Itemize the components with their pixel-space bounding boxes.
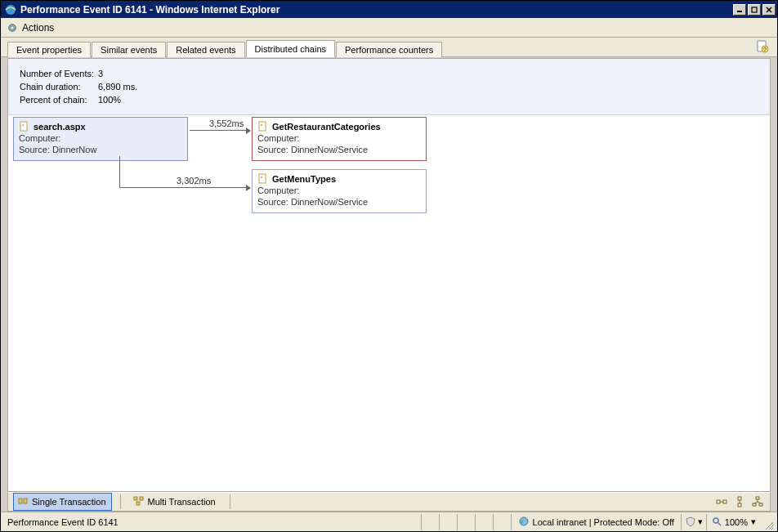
chain-node-n2[interactable]: GetMenuTypes Computer: Source: DinnerNow… [252,169,427,213]
svg-line-38 [718,523,721,525]
zoom-control[interactable]: 100% ▾ [706,514,761,530]
layout-horizontal-icon[interactable] [714,494,729,509]
summary-percent-label: Percent of chain: [20,93,98,106]
svg-point-0 [6,5,16,15]
chain-diagram[interactable]: search.aspx Computer: Source: DinnerNow … [8,115,770,458]
svg-marker-11 [27,122,29,123]
svg-point-12 [22,124,24,126]
shield-icon [685,516,696,529]
close-button[interactable] [762,4,776,16]
status-bar: Performance Event ID 6141 Local intranet… [1,512,777,531]
status-pane [457,514,475,530]
tab-related-events[interactable]: Related events [167,42,244,57]
chevron-down-icon: ▾ [751,516,756,527]
chain-node-root[interactable]: search.aspx Computer: Source: DinnerNow [13,117,188,161]
multi-transaction-button[interactable]: Multi Transaction [129,493,221,511]
svg-rect-31 [753,503,756,506]
security-dropdown[interactable]: ▾ [681,514,706,530]
chain-node-n2-computer: Computer: [257,185,421,196]
actions-icon [6,21,19,34]
status-pane [475,514,493,530]
chain-node-root-title: search.aspx [34,122,86,132]
tab-distributed-chains[interactable]: Distributed chains [246,40,335,57]
chain-node-n1-title: GetRestaurantCategories [272,122,381,132]
single-transaction-icon [17,495,29,508]
svg-rect-23 [136,502,140,505]
svg-rect-28 [738,503,741,507]
tab-event-properties[interactable]: Event properties [7,42,91,57]
arrow-root-to-n2 [119,187,250,188]
layout-vertical-icon[interactable] [732,494,747,509]
content-panel: Number of Events: 3 Chain duration: 6,89… [7,58,771,492]
status-text: Performance Event ID 6141 [4,517,421,527]
summary-duration-value: 6,890 ms. [98,80,137,93]
svg-marker-14 [266,122,267,123]
view-toolbar: Single Transaction Multi Transaction [7,492,771,512]
summary-events-value: 3 [98,67,103,80]
svg-rect-32 [759,503,762,506]
document-icon [257,173,269,185]
arrow-root-to-n1-label: 3,552ms [209,118,244,128]
chain-node-n1-source: Source: DinnerNow/Service [257,144,421,155]
zoom-level: 100% [725,517,748,527]
chain-node-n2-source: Source: DinnerNow/Service [257,196,421,208]
svg-point-15 [261,124,262,126]
tab-strip: Event properties Similar events Related … [1,38,777,57]
resize-grip[interactable] [761,514,774,530]
tab-similar-events[interactable]: Similar events [92,42,166,57]
actions-toolbar: Actions [1,18,777,38]
multi-transaction-label: Multi Transaction [148,497,216,507]
chain-node-n1-computer: Computer: [257,132,421,144]
svg-rect-21 [134,497,137,500]
actions-label[interactable]: Actions [22,22,54,34]
help-icon[interactable]: ? [756,40,769,53]
separator [230,494,230,509]
single-transaction-button[interactable]: Single Transaction [13,493,112,511]
status-pane [439,514,457,530]
layout-tree-icon[interactable] [750,494,765,509]
svg-rect-10 [20,122,27,131]
window-titlebar: Performance Event ID 6141 - Windows Inte… [1,1,777,18]
tab-performance-counters[interactable]: Performance counters [336,42,442,57]
summary-percent-value: 100% [98,93,121,106]
svg-point-18 [261,177,262,178]
svg-rect-27 [738,497,741,500]
chevron-down-icon: ▾ [698,516,703,527]
window-title: Performance Event ID 6141 - Windows Inte… [20,4,731,16]
svg-rect-25 [723,500,727,503]
svg-rect-19 [19,498,22,503]
arrow-root-to-n1 [190,130,250,131]
chain-node-root-source: Source: DinnerNow [19,144,182,155]
multi-transaction-icon [133,495,145,508]
svg-point-37 [713,518,718,523]
svg-rect-2 [752,7,757,12]
svg-rect-20 [24,498,27,503]
svg-rect-24 [717,500,720,503]
separator [120,494,121,509]
minimize-button[interactable] [733,4,746,16]
chain-summary: Number of Events: 3 Chain duration: 6,89… [8,59,770,115]
svg-rect-30 [756,497,759,499]
chain-node-n2-title: GetMenuTypes [272,174,336,184]
svg-text:?: ? [763,47,767,52]
document-icon [19,121,30,132]
svg-point-6 [11,26,14,29]
security-zone-label: Local intranet | Protected Mode: Off [533,517,674,527]
arrow-root-to-n2-vert [119,156,120,187]
svg-marker-17 [266,174,267,176]
svg-line-41 [771,528,773,530]
svg-rect-22 [140,497,143,500]
arrow-root-to-n2-label: 3,302ms [177,176,211,186]
svg-rect-16 [259,174,266,183]
magnifier-icon [712,516,722,528]
svg-rect-13 [259,122,266,131]
status-pane [421,514,439,530]
summary-events-label: Number of Events: [20,67,98,80]
status-pane [493,514,511,530]
chain-node-n1[interactable]: GetRestaurantCategories Computer: Source… [252,117,427,161]
chain-node-root-computer: Computer: [19,132,182,144]
single-transaction-label: Single Transaction [32,497,106,507]
maximize-button[interactable] [748,4,761,16]
globe-icon [518,516,530,529]
security-zone[interactable]: Local intranet | Protected Mode: Off [511,514,681,530]
